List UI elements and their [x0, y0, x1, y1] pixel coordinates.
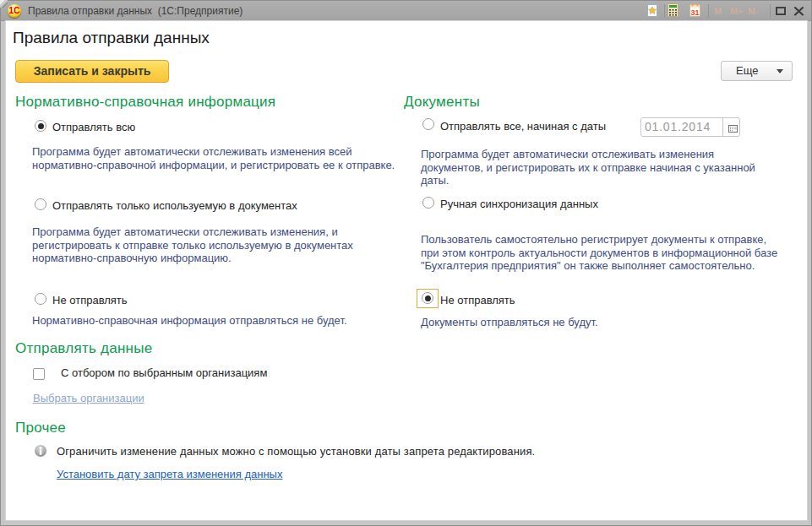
svg-text:31: 31: [690, 8, 699, 17]
